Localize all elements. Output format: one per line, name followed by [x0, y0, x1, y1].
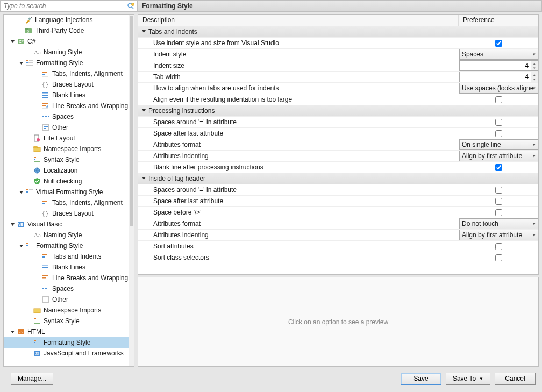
tree-item[interactable]: Formatting Style [4, 240, 129, 251]
tree-item[interactable]: Spaces [4, 283, 129, 294]
setting-row[interactable]: Indent styleSpaces▾ [138, 49, 538, 60]
column-description[interactable]: Description [138, 15, 459, 26]
tree-item-html-formatting[interactable]: Formatting Style [4, 337, 129, 348]
spin-up-icon[interactable]: ▴ [531, 61, 538, 66]
checkbox[interactable] [495, 96, 502, 103]
expander-icon[interactable] [141, 107, 146, 115]
checkbox[interactable] [495, 187, 502, 194]
tree-item[interactable]: Blank Lines [4, 90, 129, 101]
expander-icon[interactable] [141, 175, 146, 182]
tree-item[interactable]: Tabs, Indents, Alignment [4, 197, 129, 208]
expander-icon[interactable] [9, 38, 16, 45]
tree-item-virtual-formatting[interactable]: Virtual Formatting Style [4, 187, 129, 197]
setting-row[interactable]: Attributes indentingAlign by first attri… [138, 230, 538, 241]
tree-item[interactable]: Tabs and Indents [4, 251, 129, 262]
setting-row[interactable]: Space after last attribute [138, 128, 538, 139]
setting-row[interactable]: Indent size▴▾ [138, 60, 538, 72]
html-icon: <> [17, 327, 25, 336]
cancel-button[interactable]: Cancel [495, 373, 536, 385]
tree-item-naming-style[interactable]: AaNaming Style [4, 47, 129, 58]
expander-icon[interactable] [9, 329, 16, 335]
svg-rect-42 [29, 189, 33, 190]
spinner[interactable]: ▴▾ [459, 72, 538, 82]
spinner-input[interactable] [460, 73, 531, 81]
combobox[interactable]: Do not touch▾ [459, 218, 538, 229]
combobox[interactable]: Spaces▾ [459, 49, 538, 60]
tree-item[interactable]: { }Braces Layout [4, 208, 129, 219]
tree-item[interactable]: Line Breaks and Wrapping [4, 273, 129, 283]
expander-icon[interactable] [18, 60, 24, 66]
setting-row[interactable]: Attributes formatOn single line▾ [138, 139, 538, 151]
manage-button[interactable]: Manage... [11, 373, 53, 385]
tree-item[interactable]: Blank Lines [4, 262, 129, 273]
checkbox[interactable] [495, 40, 502, 47]
setting-row[interactable]: Sort class selectors [138, 252, 538, 263]
expander-icon[interactable] [141, 28, 146, 35]
checkbox[interactable] [495, 164, 502, 171]
tree-item-js[interactable]: JSJavaScript and Frameworks [4, 348, 129, 359]
checkbox[interactable] [495, 119, 502, 126]
tree-item[interactable]: Other [4, 294, 129, 305]
setting-row[interactable]: Attributes indentingAlign by first attri… [138, 151, 538, 162]
setting-row[interactable]: Space before '/>' [138, 207, 538, 218]
checkbox[interactable] [495, 209, 502, 216]
tree-item[interactable]: { }Braces Layout [4, 79, 129, 90]
svg-rect-51 [42, 254, 47, 255]
group-processing[interactable]: Processing instructions [138, 105, 538, 117]
spinner[interactable]: ▴▾ [459, 60, 538, 71]
svg-rect-44 [42, 203, 45, 204]
setting-row[interactable]: Align even if the resulting indentation … [138, 94, 538, 105]
tree-item-namespace[interactable]: Namespace Imports [4, 144, 129, 154]
setting-row[interactable]: Sort attributes [138, 241, 538, 252]
tree-item-formatting-style[interactable]: Formatting Style [4, 58, 129, 68]
combobox[interactable]: On single line▾ [459, 139, 538, 150]
combobox[interactable]: Use spaces (looks aligned▾ [459, 83, 538, 94]
spin-down-icon[interactable]: ▾ [531, 66, 538, 70]
grid-body[interactable]: Tabs and indents Use indent style and si… [138, 26, 538, 274]
group-tag-header[interactable]: Inside of tag header [138, 173, 538, 184]
setting-row[interactable]: Space after last attribute [138, 196, 538, 207]
tree-item-syntax[interactable]: Syntax Style [4, 154, 129, 165]
expander-icon[interactable] [18, 243, 24, 249]
setting-row[interactable]: How to align when tabs are used for inde… [138, 83, 538, 94]
tree-item-third-party[interactable]: {}Third-Party Code [4, 25, 129, 36]
column-preference[interactable]: Preference [459, 15, 538, 26]
tree-item-localization[interactable]: Localization [4, 165, 129, 176]
checkbox[interactable] [495, 243, 502, 250]
search-input[interactable] [1, 1, 137, 11]
checkbox[interactable] [495, 254, 502, 261]
expander-icon[interactable] [18, 189, 24, 195]
tree-scrollbar[interactable] [129, 15, 134, 366]
spin-up-icon[interactable]: ▴ [531, 72, 538, 77]
checkbox[interactable] [495, 130, 502, 137]
setting-row[interactable]: Blank line after processing instructions [138, 162, 538, 173]
save-to-button[interactable]: Save To▼ [446, 373, 490, 385]
tree-item-csharp[interactable]: C#C# [4, 36, 129, 47]
expander-icon[interactable] [9, 221, 16, 227]
tree-item-null[interactable]: Null checking [4, 176, 129, 187]
combobox[interactable]: Align by first attribute▾ [459, 230, 538, 240]
group-tabs-indents[interactable]: Tabs and indents [138, 26, 538, 38]
tree-item[interactable]: Namespace Imports [4, 305, 129, 316]
tree-item[interactable]: Other [4, 122, 129, 133]
tree-item-file-layout[interactable]: File Layout [4, 133, 129, 144]
tree-item-language-injections[interactable]: Language Injections [4, 15, 129, 25]
tree-item[interactable]: Spaces [4, 111, 129, 122]
tree-item[interactable]: AaNaming Style [4, 230, 129, 240]
tree-item-vb[interactable]: VBVisual Basic [4, 219, 129, 230]
tree-item[interactable]: Line Breaks and Wrapping [4, 101, 129, 111]
setting-row[interactable]: Spaces around '=' in attribute [138, 117, 538, 128]
spin-down-icon[interactable]: ▾ [531, 77, 538, 82]
tree-item[interactable]: Syntax Style [4, 316, 129, 326]
setting-row[interactable]: Tab width▴▾ [138, 72, 538, 83]
combobox[interactable]: Align by first attribute▾ [459, 151, 538, 161]
tree-item[interactable]: Tabs, Indents, Alignment [4, 68, 129, 79]
tree-item-html[interactable]: <>HTML [4, 326, 129, 337]
spinner-input[interactable] [460, 62, 531, 69]
setting-row[interactable]: Attributes formatDo not touch▾ [138, 218, 538, 230]
setting-row[interactable]: Spaces around '=' in attribute [138, 184, 538, 196]
checkbox[interactable] [495, 198, 502, 205]
setting-row[interactable]: Use indent style and size from Visual St… [138, 38, 538, 49]
search-box[interactable] [0, 0, 138, 12]
save-button[interactable]: Save [401, 373, 441, 385]
